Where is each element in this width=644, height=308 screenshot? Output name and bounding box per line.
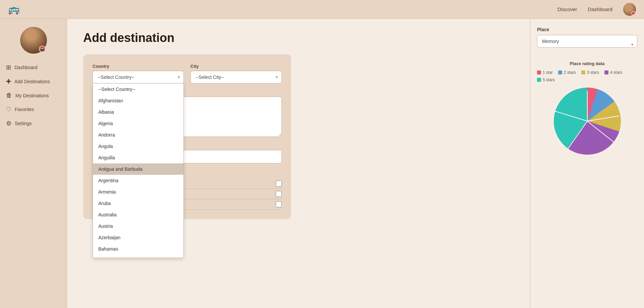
city-select[interactable]: --Select City-- [191, 71, 282, 84]
legend-dot-1star [537, 70, 541, 74]
place-select[interactable]: Memory [537, 35, 637, 48]
dropdown-option-afghanistan[interactable]: Afghanistan [93, 95, 183, 106]
nav-discover[interactable]: Discover [557, 6, 577, 12]
dropdown-option-azerbaijan[interactable]: Azerbaijan [93, 232, 183, 243]
place-label: Place [537, 27, 637, 32]
user-avatar[interactable] [623, 3, 636, 16]
form-card: Country --Select Country-- --Select Coun… [83, 54, 291, 219]
topnav: 🚌 Discover Dashboard [0, 0, 644, 19]
dropdown-option-austria[interactable]: Austria [93, 220, 183, 232]
dropdown-option-antigua[interactable]: Antigua and Barbuda [93, 163, 183, 175]
dropdown-option-argentina[interactable]: Argentina [93, 175, 183, 186]
dropdown-option-bahamas[interactable]: Bahamas [93, 243, 183, 255]
sidebar-item-my-destinations[interactable]: 🗑 My Destinations [0, 89, 67, 102]
main-content: Add destination Country --Select Country… [67, 19, 530, 308]
add-destinations-icon: ✚ [6, 78, 11, 85]
dropdown-option-aruba[interactable]: Aruba [93, 198, 183, 209]
dashboard-icon: ⊞ [6, 64, 11, 71]
legend-dot-3stars [581, 70, 585, 74]
legend-label-1star: 1 star [543, 70, 553, 75]
checkbox-mountains[interactable] [276, 191, 282, 197]
checkbox-cultural[interactable] [276, 201, 282, 207]
checkbox-beach[interactable] [276, 181, 282, 187]
country-city-row: Country --Select Country-- --Select Coun… [93, 64, 282, 84]
dropdown-option-anguilla[interactable]: Anguilla [93, 152, 183, 163]
legend-dot-4stars [604, 70, 608, 74]
sidebar-item-favorites[interactable]: ♡ Favorites [0, 102, 67, 116]
place-select-wrapper: Memory [537, 35, 637, 54]
city-select-wrapper: --Select City-- [191, 71, 282, 84]
avatar-badge [631, 11, 636, 16]
legend-5stars: 5 stars [537, 78, 555, 82]
favorites-icon: ♡ [6, 106, 11, 113]
legend-label-5stars: 5 stars [543, 78, 555, 82]
legend-4stars: 4 stars [604, 70, 622, 75]
dropdown-option-albania[interactable]: Albania [93, 106, 183, 118]
sidebar-label-settings: Settings [15, 121, 32, 126]
dropdown-option-australia[interactable]: Australia [93, 209, 183, 220]
nav-dashboard[interactable]: Dashboard [588, 6, 612, 12]
country-select-wrapper: --Select Country-- --Select Country-- Af… [93, 71, 184, 84]
legend-dot-2stars [558, 70, 562, 74]
legend-label-4stars: 4 stars [610, 70, 622, 75]
city-label: City [191, 64, 282, 69]
sidebar-avatar-badge: 📷 [39, 46, 46, 52]
sidebar-item-add-destinations[interactable]: ✚ Add Destinations [0, 74, 67, 89]
country-select[interactable]: --Select Country-- [93, 71, 184, 84]
sidebar-label-favorites: Favorites [15, 107, 34, 112]
legend-3stars: 3 stars [581, 70, 599, 75]
sidebar-item-dashboard[interactable]: ⊞ Dashboard [0, 60, 67, 74]
my-destinations-icon: 🗑 [6, 92, 12, 99]
sidebar-item-settings[interactable]: ⚙ Settings [0, 116, 67, 131]
city-group: City --Select City-- [191, 64, 282, 84]
pie-chart [554, 88, 621, 155]
main-layout: 📷 ⊞ Dashboard ✚ Add Destinations 🗑 My De… [0, 19, 644, 308]
pie-chart-container [537, 88, 637, 155]
legend-dot-5stars [537, 78, 541, 82]
legend-1star: 1 star [537, 70, 553, 75]
country-dropdown-list: --Select Country-- Afghanistan Albania A… [93, 84, 184, 258]
page-title: Add destination [83, 31, 514, 45]
sidebar: 📷 ⊞ Dashboard ✚ Add Destinations 🗑 My De… [0, 19, 67, 308]
legend-label-3stars: 3 stars [587, 70, 599, 75]
rating-title: Place rating data [537, 61, 637, 66]
dropdown-option-select[interactable]: --Select Country-- [93, 84, 183, 95]
nav-links: Discover Dashboard [557, 3, 636, 16]
legend-2stars: 2 stars [558, 70, 576, 75]
app-logo: 🚌 [8, 4, 20, 15]
dropdown-option-bahrain[interactable]: Bahrain [93, 255, 183, 258]
right-panel: Place Memory Place rating data 1 star 2 … [530, 19, 644, 308]
sidebar-avatar[interactable]: 📷 [20, 27, 47, 54]
dropdown-option-armenia[interactable]: Armenia [93, 186, 183, 198]
country-group: Country --Select Country-- --Select Coun… [93, 64, 184, 84]
dropdown-option-algeria[interactable]: Algeria [93, 118, 183, 129]
sidebar-label-my-destinations: My Destinations [15, 93, 49, 98]
legend-label-2stars: 2 stars [564, 70, 576, 75]
rating-legend: 1 star 2 stars 3 stars 4 stars 5 stars [537, 70, 637, 82]
sidebar-label-add-destinations: Add Destinations [14, 79, 50, 84]
dropdown-option-andorra[interactable]: Andorra [93, 129, 183, 141]
country-label: Country [93, 64, 184, 69]
sidebar-label-dashboard: Dashboard [14, 65, 38, 70]
dropdown-option-angola[interactable]: Angola [93, 141, 183, 152]
settings-icon: ⚙ [6, 120, 11, 127]
